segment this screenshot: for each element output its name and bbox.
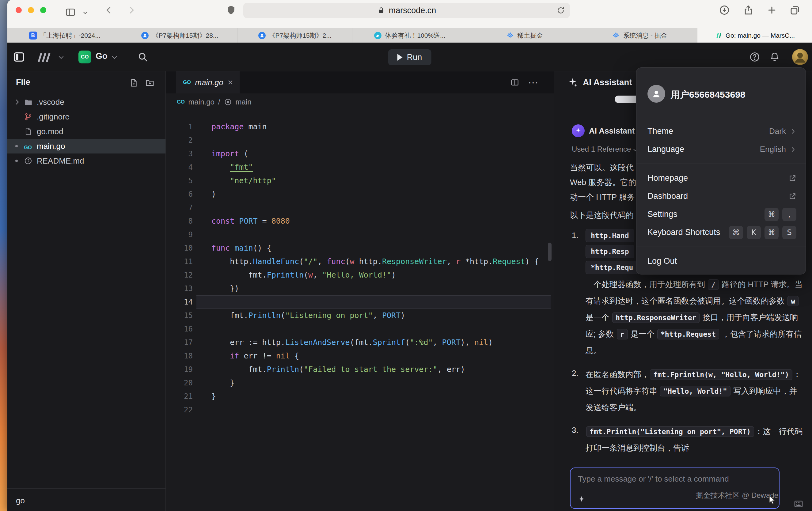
chevron-down-icon[interactable] [59, 54, 64, 59]
chevron-right-icon [790, 146, 796, 153]
panel-corner-icon[interactable] [793, 499, 804, 509]
breadcrumb-symbol[interactable]: main [236, 98, 252, 106]
browser-tab-p7-15-28[interactable]: 《P7架构师15期》28... [122, 28, 237, 42]
breadcrumb[interactable]: GO main.go / main [177, 93, 252, 111]
browser-tab-100[interactable]: 体验有礼！100%送... [352, 28, 467, 42]
ide-toolbar: GO Go Run [7, 42, 812, 71]
new-folder-icon[interactable] [145, 78, 154, 87]
file-item-main-go[interactable]: GOmain.go [7, 139, 166, 153]
code-line[interactable]: fmt.Fprintln(w, "Hello, World!") [211, 268, 549, 282]
privacy-shield-icon[interactable] [226, 4, 237, 16]
minimize-window-button[interactable] [28, 7, 34, 13]
run-button[interactable]: Run [388, 49, 431, 65]
menu-item-log-out[interactable]: Log Out [636, 252, 806, 270]
panel-toggle-icon[interactable] [12, 51, 26, 63]
file-name: go.mod [37, 127, 63, 136]
code-editor[interactable]: 12345678910111213141516171819202122 pack… [166, 111, 554, 511]
code-line[interactable]: http.HandleFunc("/", func(w http.Respons… [211, 255, 549, 268]
back-button[interactable] [104, 5, 113, 15]
reload-icon[interactable] [556, 6, 565, 15]
code-line[interactable]: func main() { [211, 241, 549, 255]
modified-dot [15, 160, 18, 162]
new-file-icon[interactable] [129, 78, 139, 87]
file-item-gitignore[interactable]: .gitignore [7, 109, 166, 124]
code-line[interactable]: } [211, 390, 549, 403]
code-line[interactable]: package main [211, 120, 549, 133]
play-icon [398, 54, 403, 61]
juejin-favicon-icon [612, 32, 620, 39]
code-line[interactable]: } [211, 376, 549, 390]
close-tab-icon[interactable]: × [228, 78, 233, 87]
line-number: 7 [166, 201, 196, 214]
search-icon[interactable] [137, 52, 148, 62]
code-line[interactable] [211, 403, 549, 417]
language-label[interactable]: Go [96, 51, 108, 61]
user-avatar[interactable] [792, 49, 808, 65]
help-icon[interactable] [749, 52, 760, 62]
menu-item-theme[interactable]: ThemeDark [636, 122, 806, 140]
code-line[interactable] [211, 295, 549, 309]
code-line[interactable]: }) [211, 282, 549, 295]
editor-scrollbar[interactable] [548, 243, 552, 261]
code-line[interactable] [211, 228, 549, 241]
tab-overview-icon[interactable] [789, 5, 800, 16]
s idebar-toggle-icon[interactable] [65, 7, 76, 18]
close-window-button[interactable] [16, 7, 22, 13]
go-language-icon[interactable]: GO [79, 51, 91, 63]
symbol-icon [224, 98, 232, 106]
browser-tab-[interactable]: 系统消息 - 掘金 [582, 28, 697, 42]
split-editor-icon[interactable] [510, 78, 519, 87]
menu-item-dashboard[interactable]: Dashboard [636, 187, 806, 205]
info-icon [24, 156, 32, 165]
file-item-go-mod[interactable]: go.mod [7, 124, 166, 139]
code-line[interactable]: fmt.Println("Listening on port", PORT) [211, 309, 549, 322]
code-line[interactable] [211, 133, 549, 147]
code-line[interactable]: "net/http" [211, 174, 549, 187]
zoom-window-button[interactable] [40, 7, 46, 13]
code-line[interactable]: if err != nil { [211, 349, 549, 363]
more-actions-icon[interactable]: ⋯ [528, 76, 539, 89]
new-tab-icon[interactable] [767, 5, 777, 15]
keycap: ⌘ [764, 226, 779, 239]
line-number: 8 [166, 214, 196, 228]
browser-tab-p7-15-2[interactable]: 《P7架构师15期》2... [237, 28, 352, 42]
marscode-logo-icon[interactable] [35, 51, 53, 63]
forward-button[interactable] [127, 5, 136, 15]
menu-item-homepage[interactable]: Homepage [636, 169, 806, 187]
code-line[interactable] [211, 201, 549, 214]
workspace-status: go [16, 496, 25, 506]
code-line[interactable]: err := http.ListenAndServe(fmt.Sprintf("… [211, 336, 549, 349]
menu-item-keyboard-shortcuts[interactable]: Keyboard Shortcuts⌘K⌘S [636, 223, 806, 241]
address-bar[interactable]: marscode.cn [243, 3, 570, 18]
browser-tab-go-main-go-marsc[interactable]: Go: main.go — MarsC... [697, 28, 812, 42]
browser-tab-2024[interactable]: B「上海招聘」-2024... [7, 28, 122, 42]
menu-item-right: English [760, 145, 796, 154]
breadcrumb-file[interactable]: main.go [188, 98, 214, 106]
ai-reference-toggle[interactable]: Used 1 Reference [572, 145, 637, 153]
file-item-readme-md[interactable]: README.md [7, 153, 166, 168]
notifications-bell-icon[interactable] [769, 51, 780, 63]
downloads-icon[interactable] [719, 5, 730, 16]
menu-item-settings[interactable]: Settings⌘, [636, 205, 806, 223]
code-line[interactable]: import ( [211, 147, 549, 160]
sidebar-chevron-icon[interactable] [82, 10, 88, 16]
inline-code: *http.Request [657, 329, 719, 339]
code-line[interactable]: ) [211, 187, 549, 201]
file-item-vscode[interactable]: .vscode [7, 95, 166, 109]
inline-code: fmt.Println("Listening on port", PORT) [586, 426, 754, 437]
ai-input[interactable]: Type a message or '/' to select a comman… [570, 468, 780, 509]
code-line[interactable]: fmt.Println("Failed to start the server:… [211, 363, 549, 376]
inline-code: / [708, 279, 719, 290]
menu-item-language[interactable]: LanguageEnglish [636, 140, 806, 158]
chevron-down-icon[interactable] [112, 54, 117, 59]
editor-tab-maingo[interactable]: GO main.go × [176, 71, 240, 93]
file-tree: .vscode.gitignorego.modGOmain.goREADME.m… [7, 95, 166, 168]
code-line[interactable]: "fmt" [211, 160, 549, 174]
code-line[interactable] [211, 322, 549, 336]
ai-lead-line: 以下是这段代码的 [570, 210, 634, 220]
code-line[interactable]: const PORT = 8080 [211, 214, 549, 228]
share-icon[interactable] [743, 4, 754, 16]
menu-divider [636, 163, 806, 164]
browser-tab-[interactable]: 稀土掘金 [467, 28, 582, 42]
chevron-right-icon [13, 98, 21, 106]
